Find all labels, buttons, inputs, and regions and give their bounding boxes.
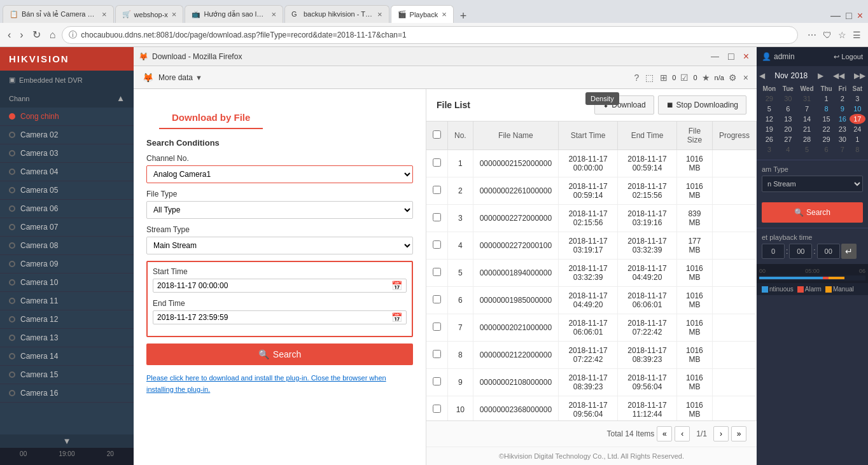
camera-item-14[interactable]: Camera 14 [0, 347, 134, 366]
tab-3[interactable]: 📺 Hướng dẫn sao lưu, xuất video từ c... … [185, 5, 283, 23]
calendar-day[interactable]: 10 [850, 104, 865, 114]
playback-second-input[interactable] [817, 244, 840, 259]
last-page-button[interactable]: » [731, 426, 746, 441]
row-checkbox[interactable] [433, 295, 441, 303]
row-checkbox[interactable] [433, 158, 441, 167]
stop-downloading-button[interactable]: ⏹ Stop Downloading [658, 95, 746, 115]
bookmark-button[interactable]: ☆ [836, 29, 848, 41]
playback-hour-input[interactable] [762, 244, 785, 259]
end-time-input[interactable] [157, 313, 391, 322]
calendar-day[interactable]: 15 [817, 114, 836, 124]
calendar-day[interactable]: 5 [759, 104, 780, 114]
calendar-day[interactable]: 16 [836, 114, 850, 124]
back-button[interactable]: ‹ [5, 28, 13, 42]
more-data-dropdown-icon[interactable]: ▼ [195, 74, 202, 81]
plugin-link[interactable]: Please click here to download and instal… [146, 374, 386, 393]
camera-item-16[interactable]: Camera 16 [0, 384, 134, 403]
calendar-day[interactable]: 19 [759, 124, 780, 134]
calendar-day[interactable]: 28 [797, 134, 817, 144]
camera-item-07[interactable]: Camera 07 [0, 218, 134, 237]
calendar-day[interactable]: 7 [797, 104, 817, 114]
camera-item-03[interactable]: Camera 03 [0, 144, 134, 163]
shield-button[interactable]: 🛡 [821, 29, 834, 41]
calendar-day[interactable]: 14 [797, 114, 817, 124]
calendar-day[interactable]: 12 [759, 114, 780, 124]
row-checkbox[interactable] [433, 240, 441, 249]
camera-list-scroll-down[interactable]: ▼ [0, 434, 134, 448]
toolbar-close-icon[interactable]: × [741, 71, 750, 84]
address-text[interactable]: chocaubuou.ddns.net:8081/doc/page/downlo… [81, 31, 791, 39]
tab-1[interactable]: 📋 Bán sỉ và lẻ Camera giám sát, N... × [3, 5, 114, 23]
camera-item-09[interactable]: Camera 09 [0, 255, 134, 274]
toolbar-settings-icon[interactable]: ⚙ [727, 71, 739, 84]
row-checkbox[interactable] [433, 186, 441, 194]
calendar-day[interactable]: 8 [817, 104, 836, 114]
channel-scroll-up[interactable]: ▲ [115, 92, 125, 105]
end-time-calendar-button[interactable]: 📅 [391, 312, 402, 323]
row-checkbox[interactable] [433, 268, 441, 276]
calendar-day[interactable]: 1 [850, 134, 865, 144]
tab4-close[interactable]: × [377, 10, 382, 19]
prev-page-button[interactable]: ‹ [675, 426, 690, 441]
camera-item-11[interactable]: Camera 11 [0, 292, 134, 310]
first-page-button[interactable]: « [657, 426, 672, 441]
inner-minimize-button[interactable]: — [708, 50, 722, 62]
calendar-day[interactable]: 7 [836, 144, 850, 155]
row-checkbox[interactable] [433, 377, 441, 385]
camera-item-13[interactable]: Camera 13 [0, 329, 134, 347]
toolbar-star-icon[interactable]: ★ [700, 71, 712, 84]
calendar-day[interactable]: 17 [850, 114, 865, 124]
home-button[interactable]: ⌂ [47, 28, 59, 42]
camera-item-10[interactable]: Camera 10 [0, 274, 134, 292]
camera-item-cong-chinh[interactable]: Cong chinh [0, 108, 134, 126]
inner-restore-button[interactable]: □ [725, 50, 737, 64]
tab2-close[interactable]: × [172, 10, 177, 19]
sidebar-toggle-button[interactable]: ☰ [851, 29, 863, 41]
camera-item-04[interactable]: Camera 04 [0, 163, 134, 181]
logout-button[interactable]: ↩ Logout [834, 53, 863, 61]
close-button[interactable]: × [855, 9, 865, 23]
row-checkbox[interactable] [433, 213, 441, 221]
forward-button[interactable]: › [17, 28, 25, 42]
camera-item-05[interactable]: Camera 05 [0, 181, 134, 200]
row-checkbox[interactable] [433, 323, 441, 331]
calendar-day[interactable]: 13 [780, 114, 797, 124]
start-time-input[interactable] [157, 281, 391, 290]
calendar-day[interactable]: 3 [850, 94, 865, 104]
calendar-day[interactable]: 6 [780, 104, 797, 114]
calendar-prev-button[interactable]: ◀ [759, 71, 765, 80]
calendar-day[interactable]: 29 [759, 94, 780, 104]
calendar-day[interactable]: 30 [836, 134, 850, 144]
search-button-right[interactable]: 🔍 Search [762, 202, 863, 223]
calendar-day[interactable]: 3 [759, 144, 780, 155]
calendar-day[interactable]: 8 [850, 144, 865, 155]
tab3-close[interactable]: × [271, 10, 276, 19]
calendar-day[interactable]: 1 [817, 94, 836, 104]
calendar-day[interactable]: 6 [817, 144, 836, 155]
reload-button[interactable]: ↻ [30, 27, 43, 42]
toolbar-density-icon[interactable]: ⊞ [658, 71, 669, 84]
calendar-day[interactable]: 30 [780, 94, 797, 104]
file-type-select[interactable]: All Type [146, 201, 413, 219]
tab-5[interactable]: 🎬 Playback × [391, 5, 454, 23]
playback-minute-input[interactable] [789, 244, 812, 259]
camera-item-15[interactable]: Camera 15 [0, 366, 134, 384]
calendar-day[interactable]: 5 [797, 144, 817, 155]
camera-item-08[interactable]: Camera 08 [0, 237, 134, 255]
calendar-next-button[interactable]: ▶ [818, 71, 823, 80]
camera-item-02[interactable]: Camera 02 [0, 126, 134, 144]
calendar-day[interactable]: 29 [817, 134, 836, 144]
calendar-day[interactable]: 4 [780, 144, 797, 155]
channel-no-select[interactable]: Analog Camera1 [146, 165, 413, 183]
calendar-fast-next[interactable]: ▶▶ [854, 71, 865, 80]
maximize-button[interactable]: □ [843, 9, 855, 23]
calendar-day[interactable]: 9 [836, 104, 850, 114]
tab-2[interactable]: 🛒 webshop-x × [115, 5, 184, 23]
toolbar-share-icon[interactable]: ⬚ [643, 71, 655, 84]
stream-type-select[interactable]: Main Stream [146, 237, 413, 254]
calendar-day[interactable]: 22 [817, 124, 836, 134]
new-tab-button[interactable]: + [455, 10, 472, 23]
calendar-day[interactable]: 20 [780, 124, 797, 134]
tab5-close[interactable]: × [442, 10, 447, 19]
start-time-calendar-button[interactable]: 📅 [391, 281, 402, 291]
